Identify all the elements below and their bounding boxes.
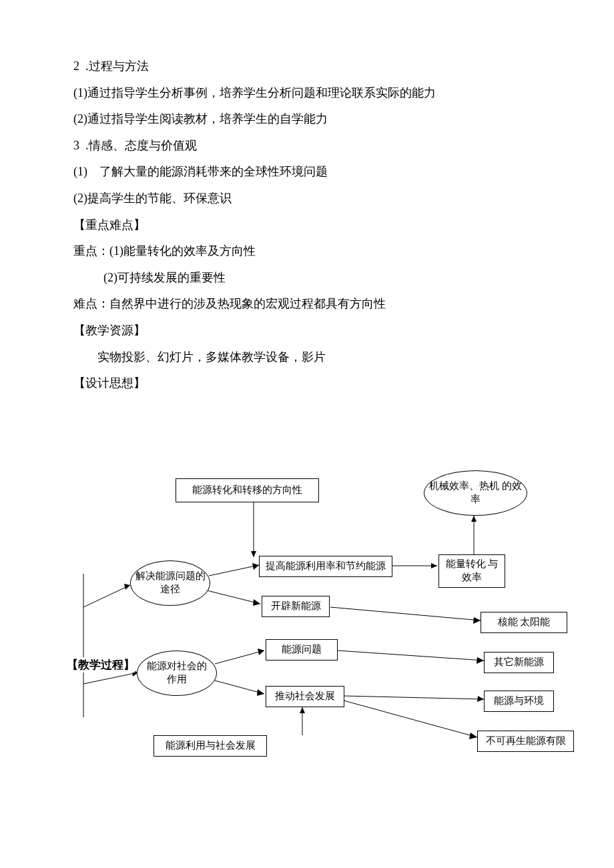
concept-diagram: 能源转化和转移的方向性 机械效率、热机 的效率 解决能源问题的途径 能源对社会的… (67, 457, 574, 811)
node-energy-problem: 能源问题 (266, 639, 338, 661)
text-line: (2)可持续发展的重要性 (73, 265, 547, 292)
node-solve-path: 解决能源问题的途径 (130, 560, 210, 606)
heading-resources: 【教学资源】 (73, 318, 547, 344)
text-line: (1)通过指导学生分析事例，培养学生分析问题和理论联系实际的能力 (73, 80, 547, 107)
node-mechanical-efficiency: 机械效率、热机 的效率 (424, 470, 527, 516)
svg-marker-18 (431, 563, 437, 568)
text-line: 2 .过程与方法 (73, 53, 547, 80)
svg-line-9 (207, 590, 260, 604)
svg-marker-10 (253, 599, 260, 606)
text-line: (2)通过指导学生阅读教材，培养学生的自学能力 (73, 106, 547, 133)
text-line: 重点：(1)能量转化的效率及方向性 (73, 238, 547, 265)
svg-line-27 (344, 701, 477, 737)
node-energy-role: 能源对社会的 作用 (137, 650, 217, 696)
svg-marker-12 (258, 648, 264, 655)
svg-marker-20 (471, 516, 477, 522)
node-direction-conversion: 能源转化和转移的方向性 (176, 478, 319, 502)
svg-marker-8 (252, 563, 259, 570)
node-new-source: 开辟新能源 (262, 596, 330, 617)
heading-teaching-process: 【教学过程】 (67, 657, 135, 673)
text-line: 难点：自然界中进行的涉及热现象的宏观过程都具有方向性 (73, 291, 547, 318)
svg-marker-26 (477, 696, 484, 702)
svg-marker-6 (251, 551, 256, 557)
svg-line-3 (83, 673, 138, 684)
node-nuclear-solar: 核能 太阳能 (481, 612, 567, 633)
node-energy-env: 能源与环境 (484, 691, 554, 712)
text-line: (1) 了解大量的能源消耗带来的全球性环境问题 (73, 159, 547, 185)
svg-line-25 (344, 696, 484, 699)
node-utilize-development: 能源利用与社会发展 (154, 735, 267, 757)
svg-line-7 (209, 565, 259, 576)
node-conversion-efficiency: 能量转化 与效率 (438, 554, 505, 588)
node-other-new: 其它新能源 (484, 652, 554, 673)
svg-line-23 (337, 650, 484, 661)
text-line: 3 .情感、态度与价值观 (73, 133, 547, 159)
svg-marker-22 (473, 617, 481, 624)
svg-marker-16 (300, 707, 305, 713)
svg-marker-24 (477, 657, 484, 664)
svg-marker-2 (124, 584, 130, 590)
heading-design: 【设计思想】 (73, 370, 547, 397)
svg-line-1 (83, 585, 130, 607)
text-line: 实物投影、幻灯片，多媒体教学设备，影片 (73, 344, 547, 371)
text-line: (2)提高学生的节能、环保意识 (73, 185, 547, 212)
svg-line-11 (215, 650, 264, 664)
node-nonrenewable: 不可再生能源有限 (477, 731, 574, 752)
svg-line-13 (215, 681, 264, 694)
svg-marker-28 (469, 733, 477, 739)
heading-keypoints: 【重点难点】 (73, 212, 547, 239)
svg-line-21 (330, 607, 481, 620)
node-drive-society: 推动社会发展 (266, 686, 344, 707)
svg-marker-14 (257, 689, 264, 696)
node-improve-usage: 提高能源利用率和节约能源 (259, 556, 392, 577)
